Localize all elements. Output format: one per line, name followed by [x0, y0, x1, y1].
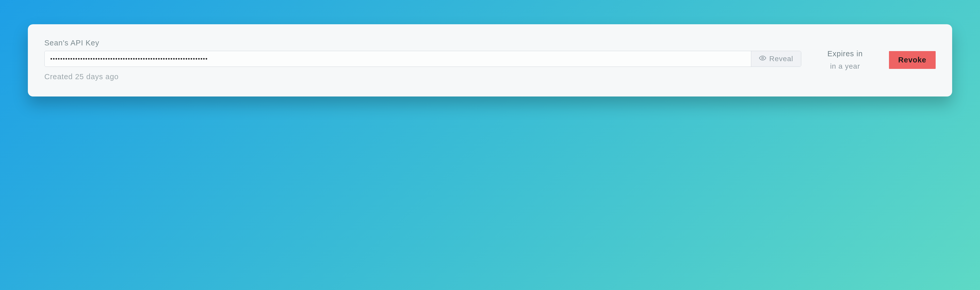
- created-text: Created 25 days ago: [45, 72, 801, 81]
- reveal-button-label: Reveal: [769, 55, 793, 63]
- eye-icon: [759, 54, 766, 64]
- expiry-label: Expires in: [827, 49, 863, 58]
- api-key-field[interactable]: ••••••••••••••••••••••••••••••••••••••••…: [45, 51, 751, 67]
- revoke-button[interactable]: Revoke: [889, 51, 935, 69]
- expiry-block: Expires in in a year: [817, 49, 873, 70]
- api-key-card: Sean's API Key •••••••••••••••••••••••••…: [28, 24, 952, 97]
- reveal-button[interactable]: Reveal: [751, 51, 801, 67]
- api-key-left-column: Sean's API Key •••••••••••••••••••••••••…: [45, 39, 801, 81]
- api-key-label: Sean's API Key: [45, 39, 801, 47]
- expiry-value: in a year: [830, 62, 860, 70]
- api-key-input-row: ••••••••••••••••••••••••••••••••••••••••…: [45, 51, 801, 67]
- svg-point-0: [762, 57, 764, 59]
